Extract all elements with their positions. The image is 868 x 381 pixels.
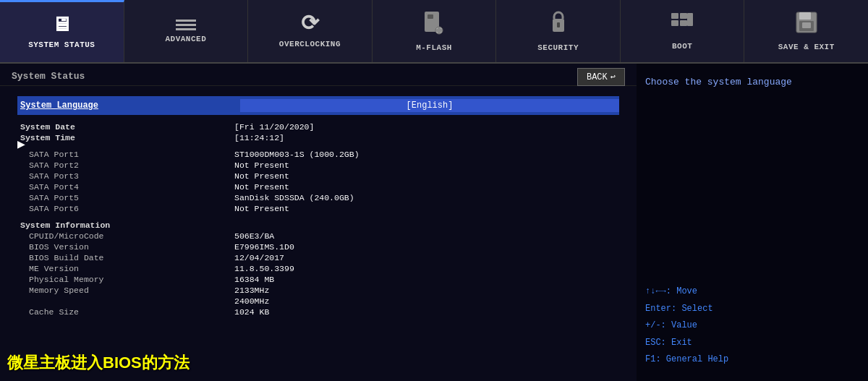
system-date-value: [Fri 11/20/2020] <box>234 122 619 132</box>
sata-port3-row: SATA Port3 Not Present <box>17 171 619 181</box>
nav-item-overclocking[interactable]: ⟳ Overclocking <box>248 0 373 62</box>
watermark-text: 微星主板进入BIOS的方法 <box>7 352 190 374</box>
sata-port4-label: SATA Port4 <box>17 182 234 192</box>
nav-item-boot[interactable]: Boot <box>621 0 745 62</box>
nav-item-advanced[interactable]: Advanced <box>124 0 249 62</box>
memory-speed2-value: 2400MHz <box>234 296 619 306</box>
nav-label-advanced: Advanced <box>165 35 206 43</box>
sata-port3-value: Not Present <box>234 171 619 181</box>
cursor-indicator: ▶ <box>17 136 25 152</box>
svg-rect-11 <box>687 13 693 26</box>
back-label: BACK <box>587 72 608 82</box>
sata-port6-value: Not Present <box>234 204 619 213</box>
section-title: System Status <box>12 71 85 82</box>
memory-speed2-row: 2400MHz <box>17 296 619 306</box>
me-version-row: ME Version 11.8.50.3399 <box>17 264 619 273</box>
bios-version-value: E7996IMS.1D0 <box>234 242 619 252</box>
sata-port2-label: SATA Port2 <box>17 160 234 170</box>
right-panel: Choose the system language ↑↓←→: Move En… <box>637 64 868 381</box>
key-hint-value: +/-: Value <box>645 318 859 334</box>
overclocking-icon: ⟳ <box>301 14 320 35</box>
main-area: System Status BACK ↩ ▶ System Language [… <box>0 64 868 381</box>
key-hint-f1: F1: General Help <box>645 352 859 368</box>
data-rows: System Date [Fri 11/20/2020] System Time… <box>17 122 619 317</box>
advanced-icon <box>176 20 196 30</box>
back-arrow-icon: ↩ <box>610 72 616 82</box>
bios-build-date-label: BIOS Build Date <box>17 253 234 262</box>
system-time-row: System Time [11:24:12] <box>17 133 619 142</box>
nav-label-overclocking: Overclocking <box>279 40 341 48</box>
back-button[interactable]: BACK ↩ <box>577 68 625 86</box>
cache-size-label: Cache Size <box>17 307 234 317</box>
left-panel: System Status BACK ↩ ▶ System Language [… <box>0 64 637 381</box>
system-information-label: System Information <box>17 221 234 230</box>
system-date-row: System Date [Fri 11/20/2020] <box>17 122 619 132</box>
cpuid-label: CPUID/MicroCode <box>17 231 234 241</box>
svg-rect-4 <box>436 29 442 32</box>
svg-rect-10 <box>680 20 687 26</box>
sata-port2-row: SATA Port2 Not Present <box>17 160 619 170</box>
sata-port4-row: SATA Port4 Not Present <box>17 182 619 192</box>
system-time-value: [11:24:12] <box>234 133 619 142</box>
sata-port5-label: SATA Port5 <box>17 193 234 202</box>
cpuid-value: 506E3/BA <box>234 231 619 241</box>
key-hint-move: ↑↓←→: Move <box>645 284 859 300</box>
sata-port6-label: SATA Port6 <box>17 204 234 213</box>
memory-speed-row: Memory Speed 2133MHz <box>17 286 619 295</box>
save-exit-icon <box>795 11 818 38</box>
me-version-value: 11.8.50.3399 <box>234 264 619 273</box>
system-language-value: [English] <box>240 99 619 112</box>
nav-item-security[interactable]: Security <box>496 0 621 62</box>
physical-memory-label: Physical Memory <box>17 275 234 284</box>
content-area: System Language [English] System Date [F… <box>0 86 637 324</box>
system-language-label: System Language <box>17 100 234 111</box>
svg-rect-7 <box>671 13 678 19</box>
sata-port5-row: SATA Port5 SanDisk SDSSDA (240.0GB) <box>17 193 619 202</box>
boot-icon <box>670 12 694 38</box>
key-hint-esc: ESC: Exit <box>645 335 859 351</box>
svg-rect-15 <box>802 22 811 28</box>
sata-port1-label: SATA Port1 <box>17 150 234 159</box>
sata-port3-label: SATA Port3 <box>17 171 234 181</box>
sata-port5-value: SanDisk SDSSDA (240.0GB) <box>234 193 619 202</box>
system-date-label: System Date <box>17 122 234 132</box>
help-text: Choose the system language <box>645 75 859 90</box>
top-navigation: System Status Advanced ⟳ Overclocking M-… <box>0 0 868 64</box>
key-help: ↑↓←→: Move Enter: Select +/-: Value ESC:… <box>645 284 859 369</box>
cache-size-row: Cache Size 1024 KB <box>17 307 619 317</box>
nav-item-system-status[interactable]: System Status <box>0 0 124 62</box>
nav-label-security: Security <box>537 43 579 52</box>
nav-item-save-exit[interactable]: Save & Exit <box>744 0 868 62</box>
sata-port1-row: SATA Port1 ST1000DM003-1S (1000.2GB) <box>17 150 619 159</box>
physical-memory-value: 16384 MB <box>234 275 619 284</box>
security-icon <box>548 10 569 39</box>
svg-rect-8 <box>680 13 687 19</box>
bios-build-date-value: 12/04/2017 <box>234 253 619 262</box>
system-information-section: System Information <box>17 221 619 230</box>
nav-item-mflash[interactable]: M-Flash <box>373 0 497 62</box>
bios-build-date-row: BIOS Build Date 12/04/2017 <box>17 253 619 262</box>
mflash-icon <box>422 10 446 39</box>
nav-label-boot: Boot <box>672 42 692 51</box>
sata-port4-value: Not Present <box>234 182 619 192</box>
memory-speed-value: 2133MHz <box>234 286 619 295</box>
monitor-icon <box>51 16 72 36</box>
cache-size-value: 1024 KB <box>234 307 619 317</box>
sata-port2-value: Not Present <box>234 160 619 170</box>
me-version-label: ME Version <box>17 264 234 273</box>
cpuid-row: CPUID/MicroCode 506E3/BA <box>17 231 619 241</box>
sata-port6-row: SATA Port6 Not Present <box>17 204 619 213</box>
key-hint-enter: Enter: Select <box>645 301 859 317</box>
physical-memory-row: Physical Memory 16384 MB <box>17 275 619 284</box>
system-language-row[interactable]: System Language [English] <box>17 96 619 115</box>
bios-version-row: BIOS Version E7996IMS.1D0 <box>17 242 619 252</box>
nav-label-save-exit: Save & Exit <box>778 43 835 51</box>
svg-rect-1 <box>427 14 433 19</box>
svg-rect-13 <box>799 12 811 20</box>
svg-rect-6 <box>557 22 560 27</box>
bios-version-label: BIOS Version <box>17 242 234 252</box>
system-time-label: System Time <box>17 133 234 142</box>
svg-rect-9 <box>671 20 678 26</box>
nav-label-mflash: M-Flash <box>416 43 452 52</box>
sata-port1-value: ST1000DM003-1S (1000.2GB) <box>234 150 619 159</box>
